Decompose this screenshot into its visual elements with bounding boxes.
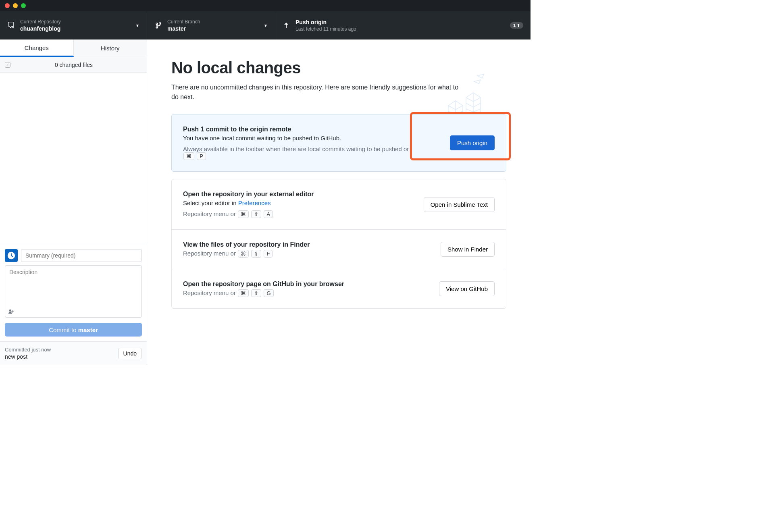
undo-button[interactable]: Undo	[118, 348, 142, 359]
show-in-finder-button[interactable]: Show in Finder	[441, 242, 495, 257]
tab-history[interactable]: History	[74, 39, 147, 57]
kbd-f: F	[264, 250, 273, 258]
view-on-github-card: Open the repository page on GitHub in yo…	[172, 269, 506, 308]
last-commit-message: new post	[5, 353, 51, 360]
current-branch-dropdown[interactable]: Current Branch master ▼	[147, 11, 275, 39]
kbd-shift: ⇧	[251, 210, 261, 218]
sidebar-tabs: Changes History	[0, 39, 147, 57]
push-origin-button[interactable]: Push origin	[450, 135, 495, 150]
tab-changes[interactable]: Changes	[0, 39, 74, 57]
kbd-shift: ⇧	[251, 250, 261, 258]
commit-button[interactable]: Commit to master	[5, 323, 142, 337]
push-toolbar-label: Push origin	[295, 19, 504, 25]
branch-dropdown-label: Current Branch	[167, 19, 258, 25]
kbd-shift: ⇧	[251, 289, 261, 297]
view-on-github-button[interactable]: View on GitHub	[439, 281, 495, 296]
changes-list	[0, 73, 147, 244]
push-badge-count: 1	[513, 23, 516, 28]
open-in-editor-button[interactable]: Open in Sublime Text	[424, 197, 495, 212]
last-commit-time: Committed just now	[5, 347, 51, 353]
push-card-hint: Always available in the toolbar when the…	[183, 145, 409, 160]
main-panel: No local changes There are no uncommitte…	[147, 39, 531, 365]
kbd-p: P	[197, 152, 206, 160]
finder-card-hint: Repository menu or ⌘ ⇧ F	[183, 250, 310, 258]
open-editor-card: Open the repository in your external edi…	[172, 179, 506, 230]
commit-form: Commit to master	[0, 244, 147, 341]
arrow-up-icon	[283, 22, 290, 29]
window-close-button[interactable]	[5, 3, 10, 8]
finder-card-title: View the files of your repository in Fin…	[183, 241, 310, 248]
window-minimize-button[interactable]	[13, 3, 18, 8]
push-count-badge: 1	[510, 22, 523, 29]
push-toolbar-sub: Last fetched 11 minutes ago	[295, 26, 504, 32]
show-in-finder-card: View the files of your repository in Fin…	[172, 230, 506, 269]
github-card-hint: Repository menu or ⌘ ⇧ G	[183, 289, 344, 297]
avatar	[5, 249, 18, 262]
repo-dropdown-value: chuanfengblog	[20, 25, 130, 32]
undo-commit-row: Committed just now new post Undo	[0, 341, 147, 365]
push-card-title: Push 1 commit to the origin remote	[183, 126, 409, 133]
push-card-desc: You have one local commit waiting to be …	[183, 135, 409, 141]
kbd-cmd: ⌘	[238, 250, 249, 258]
editor-card-title: Open the repository in your external edi…	[183, 191, 314, 198]
current-repository-dropdown[interactable]: Current Repository chuanfengblog ▼	[0, 11, 147, 39]
description-input[interactable]	[5, 265, 142, 318]
repo-icon	[7, 22, 15, 29]
chevron-down-icon: ▼	[264, 23, 268, 28]
suggestion-card-stack: Open the repository in your external edi…	[171, 179, 506, 309]
preferences-link[interactable]: Preferences	[238, 200, 271, 206]
add-coauthor-icon[interactable]	[8, 309, 14, 316]
editor-card-hint: Repository menu or ⌘ ⇧ A	[183, 210, 314, 218]
app-toolbar: Current Repository chuanfengblog ▼ Curre…	[0, 11, 531, 39]
changes-list-header: ✓ 0 changed files	[0, 57, 147, 73]
page-subtitle: There are no uncommitted changes in this…	[171, 83, 462, 102]
kbd-cmd: ⌘	[238, 289, 249, 297]
window-titlebar	[0, 0, 531, 11]
kbd-g: G	[264, 289, 273, 297]
kbd-cmd: ⌘	[238, 210, 249, 218]
sidebar: Changes History ✓ 0 changed files Comm	[0, 39, 147, 365]
push-origin-toolbar-button[interactable]: Push origin Last fetched 11 minutes ago …	[275, 11, 531, 39]
git-branch-icon	[154, 22, 162, 29]
decorative-illustration	[446, 73, 490, 118]
repo-dropdown-label: Current Repository	[20, 19, 130, 25]
kbd-a: A	[264, 210, 273, 218]
changed-files-count: 0 changed files	[6, 62, 142, 68]
push-suggestion-card: Push 1 commit to the origin remote You h…	[171, 114, 506, 172]
kbd-cmd: ⌘	[183, 152, 194, 160]
chevron-down-icon: ▼	[135, 23, 139, 28]
editor-card-desc: Select your editor in Preferences	[183, 200, 314, 206]
github-card-title: Open the repository page on GitHub in yo…	[183, 281, 344, 288]
summary-input[interactable]	[21, 249, 142, 262]
branch-dropdown-value: master	[167, 25, 258, 32]
window-maximize-button[interactable]	[21, 3, 26, 8]
